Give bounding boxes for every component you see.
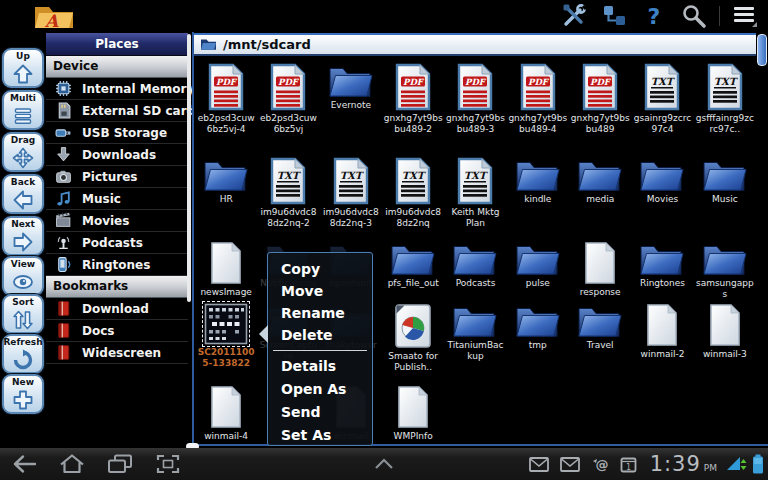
help-icon[interactable]: ? bbox=[639, 2, 669, 30]
svg-text:TXT: TXT bbox=[339, 170, 364, 181]
grid-item-ringtones[interactable]: Ringtones bbox=[631, 236, 693, 298]
sidebar-item-docs[interactable]: Docs bbox=[46, 320, 188, 342]
grid-item-gnxhg7yt9bsbu489-2[interactable]: PDFgnxhg7yt9bsbu489-2 bbox=[382, 58, 444, 152]
toolbar-refresh-button[interactable]: Refresh bbox=[2, 334, 44, 374]
screenshot-icon bbox=[204, 303, 248, 345]
grid-item-movies[interactable]: Movies bbox=[631, 152, 693, 236]
grid-item-im9u6dvdc88dz2nq-2[interactable]: TXTim9u6dvdc88dz2nq-2 bbox=[257, 152, 319, 236]
grid-item-titaniumbackup[interactable]: TitaniumBackup bbox=[444, 298, 506, 380]
grid-item-hr[interactable]: HR bbox=[195, 152, 257, 236]
grid-item-travel[interactable]: Travel bbox=[569, 298, 631, 380]
sidebar-item-ringtones[interactable]: Ringtones bbox=[46, 254, 188, 276]
grid-item-kindle[interactable]: kindle bbox=[507, 152, 569, 236]
grid-item-eb2psd3cuw6bz5vj-4[interactable]: PDFeb2psd3cuw6bz5vj-4 bbox=[195, 58, 257, 152]
toolbar-sort-button[interactable]: Sort bbox=[2, 294, 44, 334]
grid-item-newsimage[interactable]: newsImage bbox=[195, 236, 257, 298]
sidebar-item-podcasts[interactable]: Podcasts bbox=[46, 232, 188, 254]
toolbar-back-button[interactable]: Back bbox=[2, 174, 44, 214]
tray-caret-icon[interactable] bbox=[372, 452, 396, 476]
menu-item-copy[interactable]: Copy bbox=[268, 258, 372, 280]
menu-item-delete[interactable]: Delete bbox=[268, 324, 372, 346]
toolbar-next-button[interactable]: Next bbox=[2, 216, 44, 256]
menu-item-set-as[interactable]: Set As bbox=[268, 424, 372, 447]
grid-item-label: gnxhg7yt9bsbu489 bbox=[570, 113, 630, 135]
sidebar-item-pictures[interactable]: Pictures bbox=[46, 166, 188, 188]
memory-icon bbox=[55, 80, 72, 97]
main-scrollbar-thumb[interactable] bbox=[757, 34, 767, 66]
txt-icon: TXT bbox=[455, 157, 495, 205]
grid-item-music[interactable]: Music bbox=[694, 152, 756, 236]
tools-icon[interactable] bbox=[559, 2, 589, 30]
grid-item-tmp[interactable]: tmp bbox=[507, 298, 569, 380]
grid-item-evernote[interactable]: Evernote bbox=[320, 58, 382, 152]
nav-back-icon[interactable] bbox=[10, 452, 38, 476]
grid-item-label: media bbox=[570, 194, 630, 205]
apk-icon bbox=[394, 303, 432, 349]
grid-item-gsfffainrg9zcrc97c[interactable]: TXTgsfffainrg9zcrc97c.. bbox=[694, 58, 756, 152]
grid-item-wmpinfo[interactable]: WMPInfo bbox=[382, 380, 444, 444]
grid-item-winmail-2[interactable]: winmail-2 bbox=[631, 298, 693, 380]
sidebar-section-bookmarks: Bookmarks bbox=[46, 276, 188, 298]
sidebar-item-usb-storage[interactable]: USB Storage bbox=[46, 122, 188, 144]
sidebar-item-label: Docs bbox=[82, 324, 114, 338]
grid-item-pfs-file-out[interactable]: pfs_file_out bbox=[382, 236, 444, 298]
nav-recents-icon[interactable] bbox=[106, 452, 134, 476]
grid-item-label: winmail-2 bbox=[632, 349, 692, 360]
grid-item-winmail-4[interactable]: winmail-4 bbox=[195, 380, 257, 444]
sidebar-item-downloads[interactable]: Downloads bbox=[46, 144, 188, 166]
menu-item-send[interactable]: Send bbox=[268, 401, 372, 424]
grid-item-response[interactable]: response bbox=[569, 236, 631, 298]
grid-item-samsungapps[interactable]: samsungapps bbox=[694, 236, 756, 298]
toolbar-new-button[interactable]: New bbox=[2, 374, 44, 414]
network-icon[interactable] bbox=[599, 2, 629, 30]
grid-item-label: Keith Mktg Plan bbox=[445, 207, 505, 229]
sidebar-item-music[interactable]: Music bbox=[46, 188, 188, 210]
search-icon[interactable] bbox=[679, 2, 709, 30]
path-bar[interactable]: /mnt/sdcard bbox=[194, 33, 756, 56]
sidebar-item-download[interactable]: Download bbox=[46, 298, 188, 320]
grid-item-gnxhg7yt9bsbu489-3[interactable]: PDFgnxhg7yt9bsbu489-3 bbox=[444, 58, 506, 152]
grid-item-im9u6dvdc88dz2nq-3[interactable]: TXTim9u6dvdc88dz2nq-3 bbox=[320, 152, 382, 236]
topbar-actions: ? bbox=[549, 0, 760, 32]
menu-item-details[interactable]: Details bbox=[268, 355, 372, 378]
sidebar-item-external-sd-card[interactable]: External SD card bbox=[46, 100, 188, 122]
mail-icon[interactable] bbox=[560, 457, 580, 472]
grid-item-gnxhg7yt9bsbu489[interactable]: PDFgnxhg7yt9bsbu489 bbox=[569, 58, 631, 152]
menu-icon[interactable] bbox=[730, 2, 760, 30]
grid-item-eb2psd3cuw6bz5vj[interactable]: PDFeb2psd3cuw6bz5vj bbox=[257, 58, 319, 152]
grid-item-gnxhg7yt9bsbu489-4[interactable]: PDFgnxhg7yt9bsbu489-4 bbox=[507, 58, 569, 152]
pdf-icon: PDF bbox=[580, 63, 620, 111]
sidebar-item-widescreen[interactable]: Widescreen bbox=[46, 342, 188, 364]
places-sidebar: Places DeviceInternal MemoryExternal SD … bbox=[46, 33, 188, 446]
grid-item-pulse[interactable]: pulse bbox=[507, 236, 569, 298]
sidebar-item-internal-memory[interactable]: Internal Memory bbox=[46, 78, 188, 100]
grid-item-gsainrg9zcrc97c4[interactable]: TXTgsainrg9zcrc97c4 bbox=[631, 58, 693, 152]
grid-item-sc20111005-133822[interactable]: SC20111005-133822 bbox=[195, 298, 257, 380]
menu-item-open-as[interactable]: Open As bbox=[268, 378, 372, 401]
sidebar-item-movies[interactable]: Movies bbox=[46, 210, 188, 232]
grid-item-keith-mktg-plan[interactable]: TXTKeith Mktg Plan bbox=[444, 152, 506, 236]
back-icon bbox=[11, 187, 35, 212]
sidebar-scrollbar[interactable] bbox=[187, 34, 191, 302]
phone-icon bbox=[55, 256, 72, 273]
toolbar-multi-button[interactable]: Multi bbox=[2, 90, 44, 130]
grid-item-winmail-3[interactable]: winmail-3 bbox=[694, 298, 756, 380]
grid-item-podcasts[interactable]: Podcasts bbox=[444, 236, 506, 298]
sidebar-item-label: Widescreen bbox=[82, 346, 161, 360]
nav-screenshot-icon[interactable] bbox=[154, 452, 182, 476]
email-at-icon[interactable]: @ bbox=[591, 456, 609, 472]
menu-item-rename[interactable]: Rename bbox=[268, 302, 372, 324]
grid-item-label: im9u6dvdc88dz2nq bbox=[383, 207, 443, 229]
sort-icon bbox=[11, 307, 35, 332]
toolbar-view-button[interactable]: View bbox=[2, 256, 44, 296]
toolbar-drag-button[interactable]: Drag bbox=[2, 132, 44, 172]
file-manager-screen: A ? UpMultiDragBackNextViewSortRefreshNe… bbox=[0, 0, 768, 480]
mail-icon[interactable] bbox=[529, 457, 549, 472]
grid-item-im9u6dvdc88dz2nq[interactable]: TXTim9u6dvdc88dz2nq bbox=[382, 152, 444, 236]
toolbar-up-button[interactable]: Up bbox=[2, 48, 44, 88]
grid-item-media[interactable]: media bbox=[569, 152, 631, 236]
grid-item-smaato-for-publish[interactable]: Smaato for Publish.. bbox=[382, 298, 444, 380]
calendar-icon[interactable]: 1 bbox=[620, 456, 637, 473]
nav-home-icon[interactable] bbox=[58, 452, 86, 476]
menu-item-move[interactable]: Move bbox=[268, 280, 372, 302]
